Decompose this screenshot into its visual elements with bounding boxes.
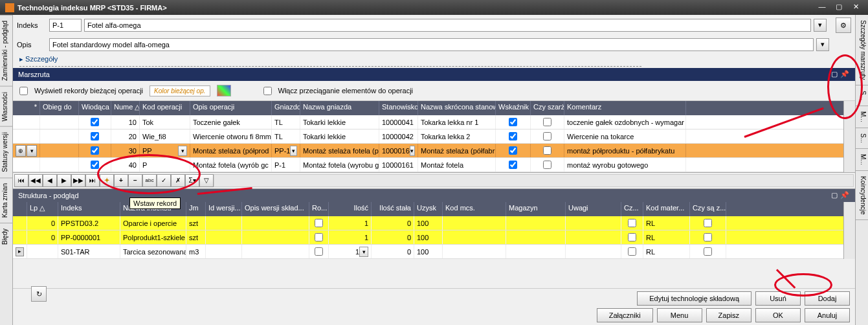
struktura-grid[interactable]: Lp △ Indeks Nazwa indeksu Jm Id wersji..… [13,202,843,259]
nav-edit[interactable]: abc [142,174,157,187]
marszruta-row[interactable]: 40 P Montaż fotela (wyrób gc P-1 Montaż … [13,158,843,172]
nav-delete[interactable]: − [128,174,142,187]
marszruta-title: Marszruta [18,71,50,78]
pin-icon[interactable]: 📌 [840,191,850,200]
usun-button[interactable]: Usuń [755,291,801,306]
nav-prev[interactable]: ◀ [43,174,57,187]
marszruta-header: Marszruta ▢ 📌 [13,68,855,81]
wiodaca-checkbox[interactable] [91,118,99,126]
marszruta-grid[interactable]: * Obieg do Wiodąca Nume △ Kod operacji O… [13,101,843,172]
record-navigator: ⏮ ◀◀ ◀ ▶ ▶▶ ⏭ ✦ + − abc ✓ ✗ Σ▾ ▽ [13,172,855,189]
nav-next[interactable]: ▶ [57,174,71,187]
left-tab-zamienniki[interactable]: Zamienniki - podgląd [0,15,12,86]
pin-icon[interactable]: 📌 [840,70,850,79]
szarzo-checkbox[interactable] [543,118,551,126]
left-tab-bledy[interactable]: Błędy [0,223,12,250]
wiodaca-checkbox[interactable] [91,146,99,155]
nav-filter[interactable]: ▽ [199,174,214,187]
wskaznik-checkbox[interactable] [509,146,517,155]
collapse-icon[interactable]: ▢ [829,70,840,79]
dodaj-button[interactable]: Dodaj [805,291,850,306]
csz-checkbox[interactable] [704,247,712,256]
nav-next-page[interactable]: ▶▶ [71,174,85,187]
opt2-label: Włącz przeciąganie elementów do operacji [278,87,414,95]
nav-cancel[interactable]: ✗ [171,174,185,187]
opis-dropdown[interactable]: ▾ [816,38,829,51]
minimize-button[interactable]: — [815,3,829,13]
cz-checkbox[interactable] [628,233,636,241]
marszruta-row[interactable]: 20 Wie_fi8 Wiercenie otworu fi 8mm TL To… [13,129,843,144]
menu-button[interactable]: Menu [657,308,702,322]
indeks-label: Indeks [17,21,47,29]
nav-prev-page[interactable]: ◀◀ [28,174,43,187]
struktura-row[interactable]: 0 PP-0000001 Polprodukt1-szkiele szt 1 0… [13,230,843,245]
nav-add[interactable]: + [114,174,128,187]
szarzo-checkbox[interactable] [543,146,551,155]
zapisz-button[interactable]: Zapisz [706,308,751,322]
zalaczniki-button[interactable]: Załączniki [597,308,653,322]
left-tab-karta[interactable]: Karta zmian [0,177,12,223]
right-tab-s1[interactable]: S... [856,85,868,106]
refresh-button[interactable]: ↻ [31,286,47,302]
drag-enable-checkbox[interactable] [263,87,272,95]
right-sidebar-tabs: Szczegóły marszruty S... M... S... M... … [855,15,868,325]
right-tab-szczegoly[interactable]: Szczegóły marszruty [856,15,868,85]
nav-sum[interactable]: Σ▾ [185,174,199,187]
left-tab-statusy[interactable]: Statusy wersji [0,126,12,177]
anuluj-button[interactable]: Anuluj [805,308,850,322]
marszruta-grid-header: * Obieg do Wiodąca Nume △ Kod operacji O… [13,101,843,115]
struktura-row[interactable]: ▸ S01-TAR Tarcica sezonowana m3 1▾ 0 100… [13,245,843,259]
ro-checkbox[interactable] [315,219,323,227]
opt1-label: Wyświetl rekordy bieżącej operacji [34,87,143,95]
marszruta-scrollbar[interactable] [843,101,855,172]
indeks-code-input[interactable] [49,19,82,32]
right-tab-m2[interactable]: M... [856,149,868,171]
wiodaca-checkbox[interactable] [91,161,99,169]
opis-label: Opis [17,41,47,49]
nav-last[interactable]: ⏭ [85,174,100,187]
insert-record-tooltip: Wstaw rekord [129,197,181,209]
wskaznik-checkbox[interactable] [509,118,517,126]
color-picker[interactable] [217,85,231,96]
titlebar: Technologia indeksu MRP <STD35 - FIRMA> … [0,0,868,15]
ok-button[interactable]: OK [755,308,801,322]
csz-checkbox[interactable] [704,233,712,241]
cz-checkbox[interactable] [628,219,636,227]
opis-input[interactable] [49,38,814,51]
nav-insert[interactable]: ✦ [100,174,114,187]
marszruta-row[interactable]: ⊕▾ 30 PP▾ Montaż stelaża (półprod PP-1▾ … [13,144,843,158]
cz-checkbox[interactable] [628,247,636,256]
szczegoly-link[interactable]: ▸ Szczegóły [13,54,855,65]
edit-tech-button[interactable]: Edytuj technologię składową [637,291,751,306]
window-title: Technologia indeksu MRP <STD35 - FIRMA> [17,4,815,12]
right-tab-s2[interactable]: S... [856,128,868,149]
close-button[interactable]: ✕ [849,3,863,13]
collapse-icon[interactable]: ▢ [829,191,840,200]
show-current-records-checkbox[interactable] [19,87,28,95]
wskaznik-checkbox[interactable] [509,132,517,140]
nav-post[interactable]: ✓ [157,174,171,187]
csz-checkbox[interactable] [704,219,712,227]
ro-checkbox[interactable] [315,247,323,256]
left-tab-wlasnosci[interactable]: Własności [0,86,12,127]
marszruta-row[interactable]: 10 Tok Toczenie gałek TL Tokarki lekkie … [13,115,843,129]
wskaznik-checkbox[interactable] [509,161,517,169]
wiodaca-checkbox[interactable] [91,132,99,140]
right-tab-m1[interactable]: M... [856,106,868,128]
right-tab-koincydencje[interactable]: Koincydencje [856,171,868,220]
left-sidebar-tabs: Zamienniki - podgląd Własności Statusy w… [0,15,13,325]
szarzo-checkbox[interactable] [543,161,551,169]
divider [19,66,641,67]
ro-checkbox[interactable] [315,233,323,241]
tool-button[interactable]: ⚙ [836,17,851,33]
color-label: Kolor bieżącej op. [150,85,210,96]
indeks-dropdown[interactable]: ▾ [814,19,827,32]
nav-first[interactable]: ⏮ [14,174,28,187]
app-icon [5,3,14,12]
indeks-name-input[interactable] [84,19,811,32]
struktura-scrollbar[interactable] [843,202,855,259]
szarzo-checkbox[interactable] [543,132,551,140]
maximize-button[interactable]: ▢ [832,3,846,13]
struktura-title: Struktura - podgląd [18,192,79,199]
struktura-row[interactable]: 0 PPSTD03.2 Oparcie i opercie szt 1 0 10… [13,216,843,230]
